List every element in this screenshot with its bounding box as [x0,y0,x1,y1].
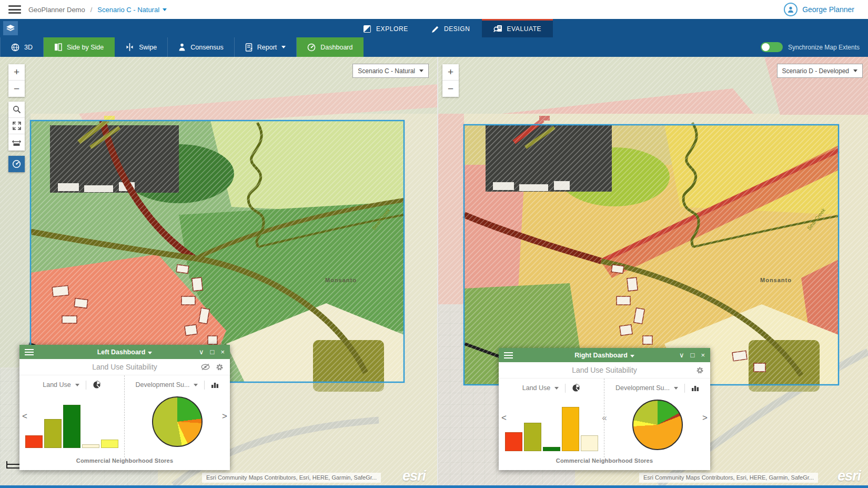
evaluate-toolbar: 3D Side by Side Swipe Consensus Report D… [0,37,868,57]
carousel-next-arrow[interactable]: > [702,413,708,423]
synchronize-map-extents-label: Synchronize Map Extents [788,44,860,51]
chevron-down-icon [75,384,79,386]
gauge-icon [307,43,316,52]
gear-icon[interactable] [696,366,704,374]
development-suitability-pie-chart[interactable] [632,400,683,450]
zoom-in-button[interactable]: + [8,64,25,81]
explore-icon [363,25,371,33]
default-extent-button[interactable] [8,118,25,134]
carousel-prev-arrow[interactable]: < [501,413,507,423]
synchronize-map-extents-toggle[interactable] [761,42,783,52]
chevron-down-icon [853,69,857,72]
dashboard-menu-icon[interactable] [504,352,513,358]
close-button[interactable]: × [701,352,705,358]
swipe-button[interactable]: Swipe [115,37,168,57]
pie-chart-icon[interactable] [572,384,580,392]
chevron-down-icon [674,387,678,390]
carousel-prev-arrow[interactable]: < [22,411,27,422]
collapse-button[interactable]: ∨ [679,352,684,358]
layers-icon [6,24,15,33]
dashboard-subtitle: Land Use Suitability [19,363,230,371]
report-icon [245,43,253,52]
evaluate-icon [493,25,502,33]
zoom-in-button[interactable]: + [442,64,459,81]
widget-selector[interactable]: Development Su... [615,384,670,392]
map-panels-divider[interactable] [437,57,438,485]
expand-arrows-icon [13,122,21,130]
chart-caption: Commercial Neighborhood Stores [499,457,710,470]
side-by-side-icon [54,43,62,51]
dashboard-button[interactable]: Dashboard [297,37,364,57]
maximize-button[interactable]: □ [691,352,695,358]
close-button[interactable]: × [220,348,225,355]
map-panel-left: Monsanto Seal Creek + − Scenario C - Nat… [0,57,437,485]
breadcrumb-scenario-dropdown[interactable]: Scenario C - Natural [97,6,167,14]
tab-explore[interactable]: EXPLORE [351,19,420,37]
bar-chart-icon[interactable] [211,381,219,389]
measure-icon [12,138,21,146]
zoom-out-button[interactable]: − [8,81,25,97]
chevron-down-icon [554,387,559,390]
map-panel-right: Monsanto Seal Creek + − Scenario D - Dev… [438,57,868,485]
person-icon [178,43,186,51]
swipe-icon [125,43,134,51]
left-dashboard-header[interactable]: Left Dashboard ∨ □ × [19,345,230,359]
chart-caption: Commercial Neighborhood Stores [19,457,230,470]
tab-evaluate[interactable]: EVALUATE [482,19,553,37]
chevron-down-icon [163,8,167,11]
widget-selector[interactable]: Land Use [43,381,71,389]
3d-button[interactable]: 3D [0,37,44,57]
nav-bar: EXPLORE DESIGN EVALUATE [0,19,868,37]
carousel-next-arrow[interactable]: > [222,411,227,422]
right-scenario-selector[interactable]: Scenario D - Developed [777,64,863,78]
chevron-down-icon [281,46,286,48]
map-label-monsanto: Monsanto [325,277,357,283]
bottom-accent-bar [0,485,868,488]
search-icon [13,105,21,114]
esri-logo: esri [837,468,861,484]
bar-chart-icon[interactable] [691,384,699,392]
land-use-bar-chart[interactable] [25,395,118,448]
right-dashboard-panel: Right Dashboard ∨ □ × Land Use Suitabili… [499,348,710,470]
measure-button[interactable] [8,134,25,151]
map-label-monsanto: Monsanto [760,277,792,283]
consensus-button[interactable]: Consensus [168,37,235,57]
geoplanner-app: GeoPlanner Demo / Scenario C - Natural G… [0,0,868,488]
development-suitability-pie-chart[interactable] [152,396,203,447]
gauge-icon [12,160,21,168]
esri-logo: esri [402,468,426,484]
user-name[interactable]: George Planner [802,5,854,14]
right-dashboard-header[interactable]: Right Dashboard ∨ □ × [499,348,710,362]
breadcrumb-app-title: GeoPlanner Demo [28,6,85,14]
pencil-icon [431,25,439,33]
maximize-button[interactable]: □ [210,348,215,355]
left-dashboard-panel: Left Dashboard ∨ □ × Land Use Suitabilit… [19,345,230,470]
collapse-button[interactable]: ∨ [199,348,204,355]
layers-button[interactable] [3,21,18,35]
collapse-widget-arrow[interactable]: « [602,413,607,423]
top-bar: GeoPlanner Demo / Scenario C - Natural G… [0,0,868,19]
left-scenario-selector[interactable]: Scenario C - Natural [352,64,429,78]
map-attribution: Esri Community Maps Contributors, Esri, … [639,473,818,483]
report-button[interactable]: Report [235,37,297,57]
chevron-down-icon [148,352,152,354]
user-avatar-icon[interactable] [784,3,798,16]
chevron-down-icon [630,355,634,357]
menu-icon[interactable] [8,5,21,14]
hide-layer-icon[interactable] [201,363,210,371]
dashboard-menu-icon[interactable] [25,349,34,355]
chevron-down-icon [419,69,423,72]
search-button[interactable] [8,102,25,118]
map-attribution: Esri Community Maps Contributors, Esri, … [202,473,381,483]
breadcrumb-separator: / [90,6,93,14]
tab-design[interactable]: DESIGN [420,19,482,37]
zoom-out-button[interactable]: − [442,81,459,97]
pie-chart-icon[interactable] [93,381,101,389]
globe-icon [11,43,19,52]
side-by-side-button[interactable]: Side by Side [44,37,115,57]
dashboard-map-button[interactable] [8,156,25,172]
gear-icon[interactable] [216,363,224,371]
widget-selector[interactable]: Land Use [522,384,551,392]
land-use-bar-chart[interactable] [505,399,598,451]
widget-selector[interactable]: Development Su... [136,381,190,389]
